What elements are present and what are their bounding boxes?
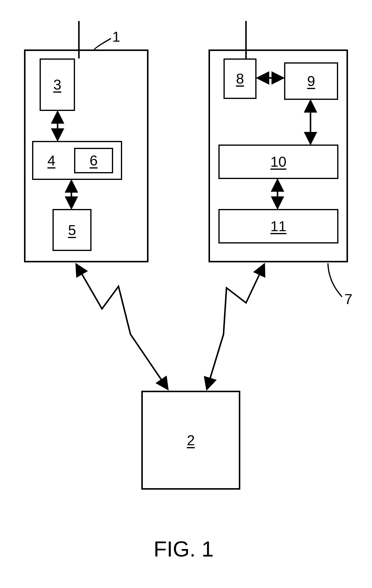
box-9: 9 — [284, 62, 338, 100]
box-4-label: 4 — [47, 152, 56, 169]
ext-label-7: 7 — [344, 291, 352, 307]
box-10: 10 — [218, 145, 338, 179]
box-9-label: 9 — [307, 73, 315, 89]
box-2: 2 — [141, 391, 240, 490]
box-8: 8 — [224, 58, 256, 99]
box-2-label: 2 — [187, 432, 195, 449]
box-10-label: 10 — [270, 154, 286, 170]
figure-caption: FIG. 1 — [154, 537, 214, 561]
box-3-label: 3 — [53, 76, 62, 93]
box-5: 5 — [52, 209, 92, 251]
box-6: 6 — [74, 148, 113, 173]
ext-label-1: 1 — [112, 28, 120, 45]
box-11: 11 — [218, 209, 338, 243]
box-5-label: 5 — [68, 222, 76, 238]
box-3: 3 — [40, 58, 75, 111]
box-11-label: 11 — [270, 218, 286, 234]
box-8-label: 8 — [236, 70, 244, 87]
box-6-label: 6 — [90, 152, 98, 169]
